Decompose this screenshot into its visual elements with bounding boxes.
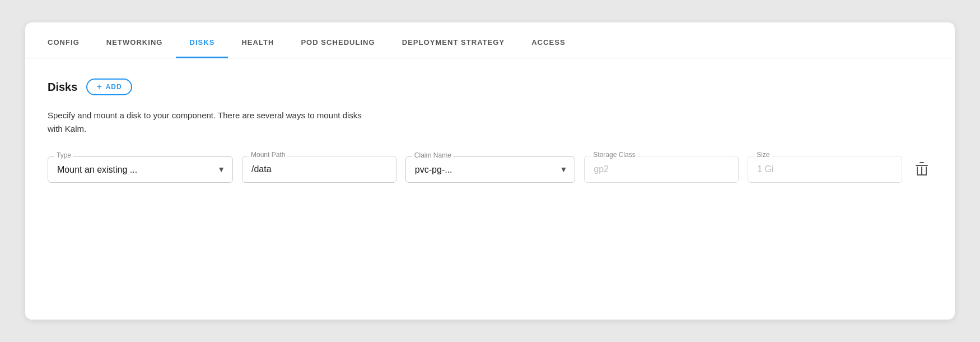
type-field-group: Type Mount an existing ... Create a new …	[48, 156, 233, 183]
tab-health[interactable]: HEALTH	[228, 38, 287, 58]
claim-name-select-wrapper: pvc-pg-... ▼	[405, 156, 575, 183]
disk-row: Type Mount an existing ... Create a new …	[48, 156, 932, 183]
claim-name-select[interactable]: pvc-pg-...	[405, 156, 575, 183]
mount-path-input[interactable]	[242, 156, 396, 183]
tabs-nav: CONFIG NETWORKING DISKS HEALTH POD SCHED…	[25, 22, 955, 58]
trash-icon	[916, 162, 928, 177]
type-select[interactable]: Mount an existing ... Create a new disk …	[48, 156, 233, 183]
section-title: Disks	[48, 81, 77, 94]
add-plus-icon: +	[96, 82, 102, 91]
svg-rect-1	[920, 162, 924, 163]
size-field-group: Size	[748, 156, 902, 183]
svg-rect-3	[926, 167, 927, 175]
claim-name-field-group: Claim Name pvc-pg-... ▼	[405, 156, 575, 183]
add-disk-button[interactable]: + ADD	[86, 78, 132, 95]
svg-rect-2	[917, 167, 918, 175]
svg-rect-5	[917, 174, 927, 175]
content-area: Disks + ADD Specify and mount a disk to …	[25, 58, 955, 205]
tab-pod-scheduling[interactable]: POD SCHEDULING	[287, 38, 388, 58]
tab-deployment-strategy[interactable]: DEPLOYMENT STRATEGY	[389, 38, 518, 58]
tab-networking[interactable]: NETWORKING	[93, 38, 176, 58]
storage-class-field-group: Storage Class	[584, 156, 739, 183]
size-input	[748, 156, 902, 183]
svg-rect-4	[921, 167, 922, 175]
tab-access[interactable]: ACCESS	[518, 38, 578, 58]
tab-disks[interactable]: DISKS	[176, 38, 228, 58]
section-header: Disks + ADD	[48, 78, 932, 95]
description-text: Specify and mount a disk to your compone…	[48, 109, 932, 136]
delete-disk-button[interactable]	[911, 158, 932, 181]
type-select-wrapper: Mount an existing ... Create a new disk …	[48, 156, 233, 183]
storage-class-input	[584, 156, 739, 183]
tab-config[interactable]: CONFIG	[48, 38, 93, 58]
add-button-label: ADD	[106, 83, 122, 91]
svg-rect-0	[916, 165, 928, 166]
mount-path-field-group: Mount Path	[242, 156, 396, 183]
main-card: CONFIG NETWORKING DISKS HEALTH POD SCHED…	[25, 22, 955, 320]
